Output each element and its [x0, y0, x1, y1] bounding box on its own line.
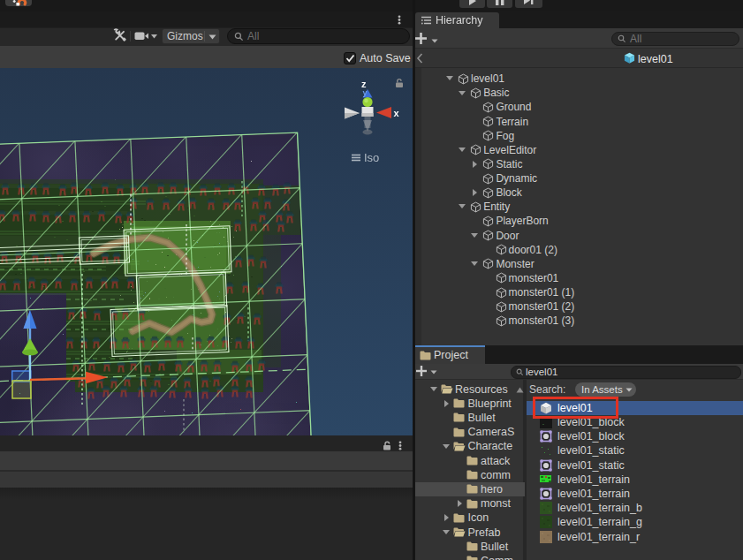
svg-text:y: y [363, 88, 368, 97]
svg-text:x: x [394, 108, 400, 118]
svg-text:Iso: Iso [364, 151, 379, 164]
